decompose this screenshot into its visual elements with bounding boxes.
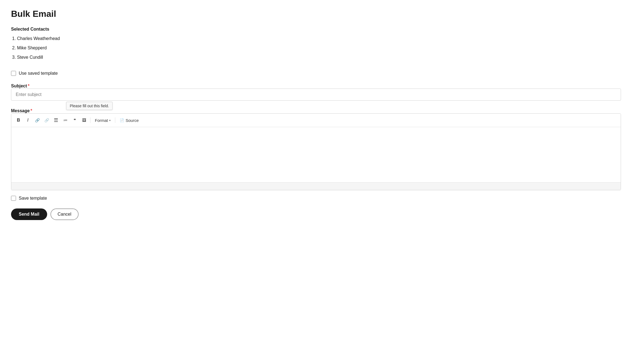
blockquote-icon: ❝ <box>74 118 76 123</box>
contacts-section-label: Selected Contacts <box>11 27 621 32</box>
link-button[interactable]: 🔗 <box>33 116 42 125</box>
unordered-list-button[interactable]: ☰ <box>52 116 60 125</box>
format-dropdown-label: Format <box>95 118 108 123</box>
message-required-star: * <box>31 108 32 113</box>
message-field-section: Message* B I 🔗 🔗 ☰ ≔ ❝ 🖼 <box>11 108 621 190</box>
source-button-label: Source <box>126 118 139 123</box>
button-row: Send Mail Cancel <box>11 208 621 220</box>
subject-field-section: Subject* Please fill out this field. <box>11 84 621 101</box>
toolbar-divider <box>90 117 90 123</box>
save-template-checkbox[interactable] <box>11 196 16 201</box>
list-item: 2. Mike Shepperd <box>11 46 621 50</box>
toolbar-divider-2 <box>115 117 115 123</box>
subject-input[interactable] <box>11 89 621 101</box>
subject-label: Subject* <box>11 84 30 88</box>
list-item: 3. Steve Cundill <box>11 55 621 60</box>
use-template-label[interactable]: Use saved template <box>19 71 58 76</box>
subject-tooltip: Please fill out this field. <box>66 102 113 110</box>
send-mail-button[interactable]: Send Mail <box>11 208 47 220</box>
chevron-down-icon: ▾ <box>109 119 111 122</box>
unordered-list-icon: ☰ <box>54 118 58 123</box>
bold-button[interactable]: B <box>14 116 23 125</box>
subject-required-star: * <box>28 84 30 88</box>
message-editor-body[interactable] <box>11 127 621 182</box>
italic-button[interactable]: I <box>23 116 32 125</box>
use-template-checkbox[interactable] <box>11 71 16 76</box>
ordered-list-icon: ≔ <box>63 118 68 123</box>
contacts-list: 1. Charles Weatherhead 2. Mike Shepperd … <box>11 36 621 60</box>
use-template-row: Use saved template <box>11 71 621 76</box>
unlink-icon: 🔗 <box>44 118 49 122</box>
format-dropdown[interactable]: Format ▾ <box>92 117 113 124</box>
selected-contacts-section: Selected Contacts 1. Charles Weatherhead… <box>11 27 621 60</box>
list-item: 1. Charles Weatherhead <box>11 36 621 41</box>
cancel-button[interactable]: Cancel <box>50 208 79 220</box>
image-button[interactable]: 🖼 <box>80 116 89 125</box>
save-template-row: Save template <box>11 196 621 201</box>
source-icon: 📄 <box>120 118 124 122</box>
editor-footer <box>11 182 621 190</box>
image-icon: 🖼 <box>82 118 86 122</box>
editor-toolbar: B I 🔗 🔗 ☰ ≔ ❝ 🖼 Format ▾ <box>11 114 621 127</box>
message-label: Message* <box>11 108 32 113</box>
source-button[interactable]: 📄 Source <box>117 117 142 124</box>
unlink-button[interactable]: 🔗 <box>42 116 51 125</box>
ordered-list-button[interactable]: ≔ <box>61 116 70 125</box>
page-title: Bulk Email <box>11 9 621 19</box>
save-template-label[interactable]: Save template <box>19 196 47 201</box>
message-editor: B I 🔗 🔗 ☰ ≔ ❝ 🖼 Format ▾ <box>11 113 621 190</box>
blockquote-button[interactable]: ❝ <box>70 116 79 125</box>
link-icon: 🔗 <box>35 118 40 122</box>
